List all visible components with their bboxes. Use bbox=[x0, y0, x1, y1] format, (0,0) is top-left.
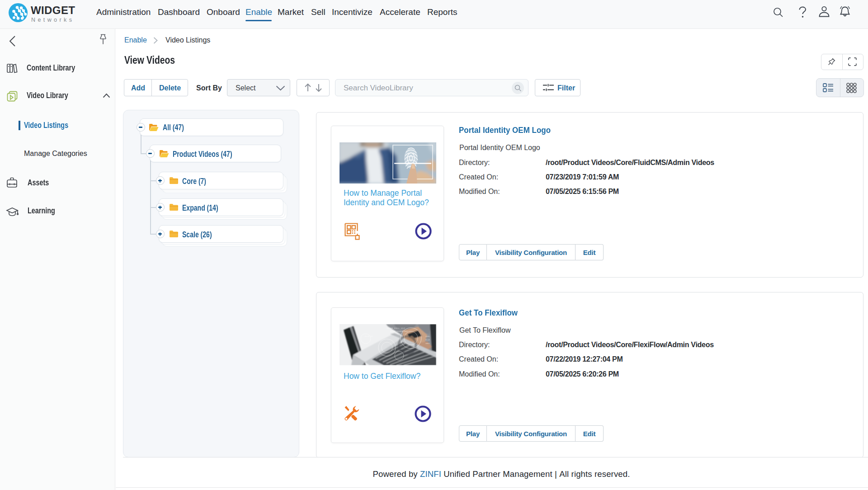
svg-text:0110 10: 0110 10 bbox=[365, 335, 373, 337]
svg-text:101100 01011 1010: 101100 01011 1010 bbox=[387, 327, 405, 329]
svg-text:0110: 0110 bbox=[425, 339, 430, 341]
svg-text:01101 111010 010: 01101 111010 010 bbox=[390, 330, 408, 332]
svg-text:1011: 1011 bbox=[425, 343, 430, 344]
svg-text:1101: 1101 bbox=[425, 335, 430, 337]
